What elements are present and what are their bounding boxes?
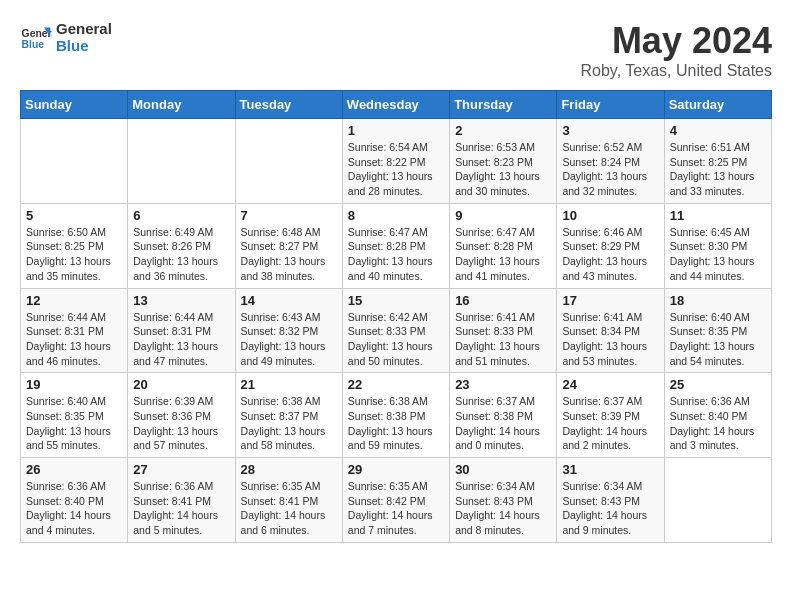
day-number: 21: [241, 377, 337, 392]
day-number: 15: [348, 293, 444, 308]
day-info: Sunrise: 6:49 AM Sunset: 8:26 PM Dayligh…: [133, 225, 229, 284]
day-info: Sunrise: 6:36 AM Sunset: 8:40 PM Dayligh…: [26, 479, 122, 538]
day-info: Sunrise: 6:46 AM Sunset: 8:29 PM Dayligh…: [562, 225, 658, 284]
header-friday: Friday: [557, 91, 664, 119]
day-number: 12: [26, 293, 122, 308]
calendar-cell: 4Sunrise: 6:51 AM Sunset: 8:25 PM Daylig…: [664, 119, 771, 204]
day-number: 7: [241, 208, 337, 223]
day-info: Sunrise: 6:44 AM Sunset: 8:31 PM Dayligh…: [133, 310, 229, 369]
calendar-cell: 22Sunrise: 6:38 AM Sunset: 8:38 PM Dayli…: [342, 373, 449, 458]
day-info: Sunrise: 6:39 AM Sunset: 8:36 PM Dayligh…: [133, 394, 229, 453]
day-info: Sunrise: 6:44 AM Sunset: 8:31 PM Dayligh…: [26, 310, 122, 369]
calendar-cell: 1Sunrise: 6:54 AM Sunset: 8:22 PM Daylig…: [342, 119, 449, 204]
calendar-cell: 23Sunrise: 6:37 AM Sunset: 8:38 PM Dayli…: [450, 373, 557, 458]
day-info: Sunrise: 6:34 AM Sunset: 8:43 PM Dayligh…: [455, 479, 551, 538]
logo: General Blue General Blue: [20, 20, 112, 54]
day-info: Sunrise: 6:38 AM Sunset: 8:37 PM Dayligh…: [241, 394, 337, 453]
calendar-title: May 2024: [580, 20, 772, 62]
day-number: 25: [670, 377, 766, 392]
svg-text:Blue: Blue: [22, 39, 45, 50]
day-info: Sunrise: 6:38 AM Sunset: 8:38 PM Dayligh…: [348, 394, 444, 453]
header-monday: Monday: [128, 91, 235, 119]
day-number: 23: [455, 377, 551, 392]
day-number: 20: [133, 377, 229, 392]
calendar-cell: 14Sunrise: 6:43 AM Sunset: 8:32 PM Dayli…: [235, 288, 342, 373]
title-block: May 2024 Roby, Texas, United States: [580, 20, 772, 80]
calendar-cell: 10Sunrise: 6:46 AM Sunset: 8:29 PM Dayli…: [557, 203, 664, 288]
calendar-cell: 17Sunrise: 6:41 AM Sunset: 8:34 PM Dayli…: [557, 288, 664, 373]
header-sunday: Sunday: [21, 91, 128, 119]
day-info: Sunrise: 6:47 AM Sunset: 8:28 PM Dayligh…: [348, 225, 444, 284]
calendar-cell: 19Sunrise: 6:40 AM Sunset: 8:35 PM Dayli…: [21, 373, 128, 458]
day-number: 9: [455, 208, 551, 223]
day-number: 19: [26, 377, 122, 392]
logo-icon: General Blue: [20, 21, 52, 53]
day-info: Sunrise: 6:41 AM Sunset: 8:33 PM Dayligh…: [455, 310, 551, 369]
header-tuesday: Tuesday: [235, 91, 342, 119]
day-info: Sunrise: 6:36 AM Sunset: 8:41 PM Dayligh…: [133, 479, 229, 538]
day-number: 18: [670, 293, 766, 308]
day-info: Sunrise: 6:35 AM Sunset: 8:41 PM Dayligh…: [241, 479, 337, 538]
day-info: Sunrise: 6:48 AM Sunset: 8:27 PM Dayligh…: [241, 225, 337, 284]
day-info: Sunrise: 6:36 AM Sunset: 8:40 PM Dayligh…: [670, 394, 766, 453]
day-number: 17: [562, 293, 658, 308]
day-number: 14: [241, 293, 337, 308]
header-thursday: Thursday: [450, 91, 557, 119]
calendar-cell: 7Sunrise: 6:48 AM Sunset: 8:27 PM Daylig…: [235, 203, 342, 288]
header-wednesday: Wednesday: [342, 91, 449, 119]
calendar-cell: 11Sunrise: 6:45 AM Sunset: 8:30 PM Dayli…: [664, 203, 771, 288]
calendar-cell: [664, 458, 771, 543]
calendar-cell: 24Sunrise: 6:37 AM Sunset: 8:39 PM Dayli…: [557, 373, 664, 458]
day-info: Sunrise: 6:54 AM Sunset: 8:22 PM Dayligh…: [348, 140, 444, 199]
day-info: Sunrise: 6:42 AM Sunset: 8:33 PM Dayligh…: [348, 310, 444, 369]
header-saturday: Saturday: [664, 91, 771, 119]
calendar-header: SundayMondayTuesdayWednesdayThursdayFrid…: [21, 91, 772, 119]
day-number: 22: [348, 377, 444, 392]
day-info: Sunrise: 6:52 AM Sunset: 8:24 PM Dayligh…: [562, 140, 658, 199]
day-number: 29: [348, 462, 444, 477]
calendar-cell: 30Sunrise: 6:34 AM Sunset: 8:43 PM Dayli…: [450, 458, 557, 543]
day-number: 28: [241, 462, 337, 477]
logo-general: General: [56, 20, 112, 37]
day-info: Sunrise: 6:35 AM Sunset: 8:42 PM Dayligh…: [348, 479, 444, 538]
day-number: 31: [562, 462, 658, 477]
calendar-cell: [235, 119, 342, 204]
calendar-cell: 27Sunrise: 6:36 AM Sunset: 8:41 PM Dayli…: [128, 458, 235, 543]
calendar-cell: 8Sunrise: 6:47 AM Sunset: 8:28 PM Daylig…: [342, 203, 449, 288]
logo-blue: Blue: [56, 37, 112, 54]
calendar-cell: 6Sunrise: 6:49 AM Sunset: 8:26 PM Daylig…: [128, 203, 235, 288]
calendar-table: SundayMondayTuesdayWednesdayThursdayFrid…: [20, 90, 772, 543]
calendar-cell: 15Sunrise: 6:42 AM Sunset: 8:33 PM Dayli…: [342, 288, 449, 373]
day-info: Sunrise: 6:34 AM Sunset: 8:43 PM Dayligh…: [562, 479, 658, 538]
day-info: Sunrise: 6:53 AM Sunset: 8:23 PM Dayligh…: [455, 140, 551, 199]
day-number: 30: [455, 462, 551, 477]
day-number: 1: [348, 123, 444, 138]
calendar-cell: [128, 119, 235, 204]
calendar-cell: 2Sunrise: 6:53 AM Sunset: 8:23 PM Daylig…: [450, 119, 557, 204]
calendar-cell: 3Sunrise: 6:52 AM Sunset: 8:24 PM Daylig…: [557, 119, 664, 204]
day-number: 26: [26, 462, 122, 477]
day-number: 4: [670, 123, 766, 138]
day-number: 24: [562, 377, 658, 392]
day-info: Sunrise: 6:47 AM Sunset: 8:28 PM Dayligh…: [455, 225, 551, 284]
calendar-cell: 31Sunrise: 6:34 AM Sunset: 8:43 PM Dayli…: [557, 458, 664, 543]
day-number: 3: [562, 123, 658, 138]
calendar-subtitle: Roby, Texas, United States: [580, 62, 772, 80]
calendar-cell: 29Sunrise: 6:35 AM Sunset: 8:42 PM Dayli…: [342, 458, 449, 543]
day-info: Sunrise: 6:43 AM Sunset: 8:32 PM Dayligh…: [241, 310, 337, 369]
calendar-cell: 25Sunrise: 6:36 AM Sunset: 8:40 PM Dayli…: [664, 373, 771, 458]
calendar-cell: 16Sunrise: 6:41 AM Sunset: 8:33 PM Dayli…: [450, 288, 557, 373]
calendar-cell: 18Sunrise: 6:40 AM Sunset: 8:35 PM Dayli…: [664, 288, 771, 373]
day-info: Sunrise: 6:51 AM Sunset: 8:25 PM Dayligh…: [670, 140, 766, 199]
day-number: 8: [348, 208, 444, 223]
day-info: Sunrise: 6:40 AM Sunset: 8:35 PM Dayligh…: [670, 310, 766, 369]
day-number: 5: [26, 208, 122, 223]
calendar-cell: 5Sunrise: 6:50 AM Sunset: 8:25 PM Daylig…: [21, 203, 128, 288]
calendar-cell: 9Sunrise: 6:47 AM Sunset: 8:28 PM Daylig…: [450, 203, 557, 288]
calendar-cell: 28Sunrise: 6:35 AM Sunset: 8:41 PM Dayli…: [235, 458, 342, 543]
day-number: 13: [133, 293, 229, 308]
day-number: 27: [133, 462, 229, 477]
day-info: Sunrise: 6:40 AM Sunset: 8:35 PM Dayligh…: [26, 394, 122, 453]
day-info: Sunrise: 6:50 AM Sunset: 8:25 PM Dayligh…: [26, 225, 122, 284]
day-number: 6: [133, 208, 229, 223]
